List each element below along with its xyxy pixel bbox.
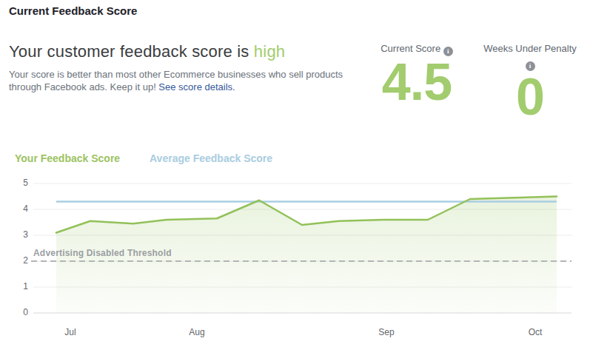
y-axis-tick-label: 0 — [6, 307, 28, 317]
y-axis-tick-label: 4 — [6, 203, 28, 214]
threshold-label: Advertising Disabled Threshold — [33, 248, 172, 258]
x-axis-month-label: Sep — [378, 327, 394, 337]
x-axis-month-label: Jul — [64, 327, 76, 337]
feedback-score-card: Current Feedback Score Your customer fee… — [0, 0, 590, 364]
y-axis-tick-label: 2 — [6, 255, 28, 266]
y-axis-tick-label: 5 — [6, 178, 28, 188]
y-axis-tick-label: 3 — [6, 229, 28, 240]
x-axis-month-label: Oct — [529, 327, 543, 337]
x-axis-month-label: Aug — [189, 327, 204, 337]
y-axis-tick-label: 1 — [6, 281, 28, 291]
feedback-score-chart: 012345Advertising Disabled ThresholdJulA… — [0, 0, 590, 364]
chart-canvas — [0, 0, 590, 364]
